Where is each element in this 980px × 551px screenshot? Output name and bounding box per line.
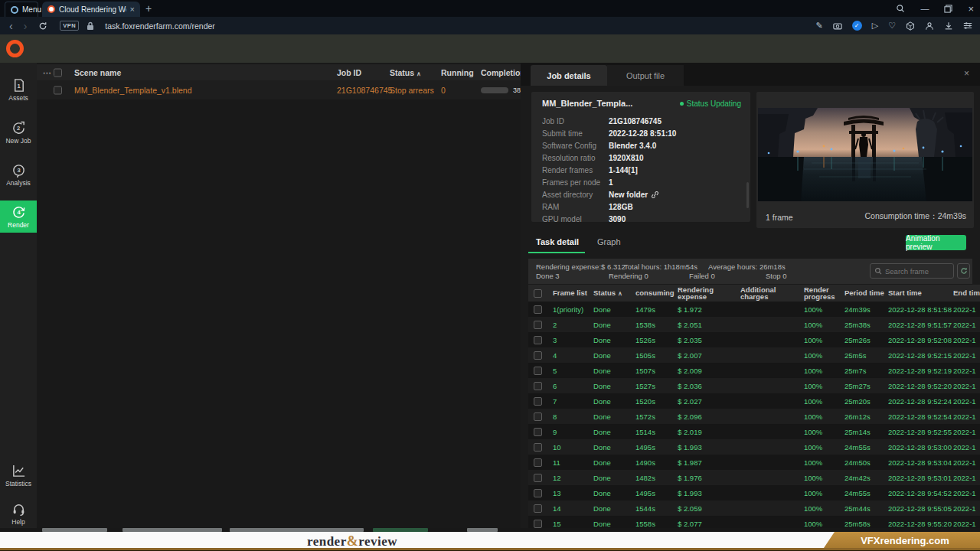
- panel-close-icon[interactable]: ×: [964, 68, 969, 79]
- frame-row-checkbox[interactable]: [534, 397, 542, 406]
- detail-label: Software Config: [542, 142, 596, 150]
- frame-cell-start: 2022-12-28 9:52:08: [888, 336, 953, 344]
- frame-row[interactable]: 10Done1495s$ 1.993100%24m55s2022-12-28 9…: [528, 439, 980, 455]
- screenshot-icon[interactable]: [833, 22, 842, 30]
- frame-row[interactable]: 1(priority)Done1479s$ 1.972100%24m39s202…: [528, 302, 980, 317]
- frame-row[interactable]: 11Done1490s$ 1.987100%24m50s2022-12-28 9…: [528, 455, 980, 470]
- frame-cell-period: 25m5s: [844, 351, 888, 360]
- new-tab-button[interactable]: +: [145, 2, 152, 15]
- fox-favicon: [47, 5, 55, 13]
- frame-row-checkbox[interactable]: [534, 520, 542, 528]
- tab-task-detail[interactable]: Task detail: [536, 237, 579, 246]
- sidebar-item-label: Assets: [8, 94, 28, 102]
- detail-label: GPU model: [542, 215, 582, 222]
- animation-preview-button[interactable]: Animation preview: [906, 235, 966, 250]
- job-detail-fields: Job ID21G108746745Submit time2022-12-28 …: [531, 116, 750, 222]
- settings-sliders-icon[interactable]: [963, 21, 972, 30]
- detail-value: 1920X810: [609, 154, 644, 162]
- frame-row[interactable]: 13Done1495s$ 1.993100%24m55s2022-12-28 9…: [528, 485, 980, 500]
- footer-site-link[interactable]: VFXrendering.com: [842, 535, 968, 546]
- profile-icon[interactable]: [925, 21, 934, 31]
- col-status[interactable]: Status∧: [390, 68, 421, 77]
- job-row[interactable]: MM_Blender_Template_v1.blend 21G10874674…: [37, 80, 521, 99]
- reload-icon[interactable]: [38, 21, 47, 31]
- frame-search-input[interactable]: [885, 267, 949, 276]
- close-icon[interactable]: ×: [968, 3, 974, 15]
- url-text[interactable]: task.foxrenderfarm.com/render: [105, 21, 215, 31]
- sidebar-item-analysis[interactable]: 3Analysis: [0, 158, 37, 191]
- select-all-checkbox[interactable]: [54, 68, 62, 77]
- frame-cell-frame: 7: [553, 397, 593, 406]
- frame-row[interactable]: 5Done1507s$ 2.009100%25m7s2022-12-28 9:5…: [528, 363, 980, 378]
- sidebar-item-assets[interactable]: 1Assets: [0, 73, 37, 106]
- frame-search-box[interactable]: [870, 263, 954, 279]
- frames-col-period-time: Period time: [844, 289, 888, 297]
- frame-row-checkbox[interactable]: [534, 458, 542, 467]
- send-icon[interactable]: ▷: [872, 21, 878, 31]
- frame-row[interactable]: 3Done1526s$ 2.035100%25m26s2022-12-28 9:…: [528, 332, 980, 347]
- frame-row-checkbox[interactable]: [534, 382, 542, 390]
- col-job-id: Job ID: [337, 68, 361, 77]
- frame-row[interactable]: 14Done1544s$ 2.059100%25m44s2022-12-28 9…: [528, 500, 980, 516]
- frame-row[interactable]: 6Done1527s$ 2.036100%25m27s2022-12-28 9:…: [528, 378, 980, 393]
- render-preview-image[interactable]: [758, 108, 972, 201]
- edit-icon[interactable]: ✎: [815, 21, 822, 31]
- sidebar-item-statistics[interactable]: Statistics: [0, 459, 37, 491]
- frame-cell-end: 2022-1: [953, 412, 980, 421]
- frame-cell-end: 2022-1: [953, 458, 980, 467]
- frame-row-checkbox[interactable]: [534, 412, 542, 421]
- frame-row[interactable]: 9Done1514s$ 2.019100%25m14s2022-12-28 9:…: [528, 424, 980, 439]
- restore-icon[interactable]: [944, 5, 952, 13]
- forward-icon[interactable]: ›: [24, 21, 28, 31]
- frame-row-checkbox[interactable]: [534, 443, 542, 452]
- frame-row-checkbox[interactable]: [534, 504, 542, 513]
- refresh-button[interactable]: [957, 263, 970, 279]
- frame-row-checkbox[interactable]: [534, 321, 542, 329]
- shield-check-icon[interactable]: ✓: [852, 21, 862, 31]
- tab-job-details[interactable]: Job details: [531, 65, 607, 86]
- browser-tab-menu[interactable]: Menu: [5, 2, 38, 17]
- extension-cube-icon[interactable]: [906, 21, 915, 31]
- browser-search-icon[interactable]: [896, 4, 905, 13]
- frame-row[interactable]: 15Done1558s$ 2.077100%25m58s2022-12-28 9…: [528, 516, 980, 528]
- stat-stop: Stop 0: [766, 272, 786, 280]
- tab-graph[interactable]: Graph: [597, 237, 621, 246]
- frame-row[interactable]: 8Done1572s$ 2.096100%26m12s2022-12-28 9:…: [528, 409, 980, 424]
- link-icon[interactable]: [648, 191, 659, 199]
- browser-tab-active[interactable]: Cloud Rendering Web Con ×: [42, 2, 140, 17]
- detail-value[interactable]: New folder: [609, 191, 659, 199]
- foxrenderfarm-logo-icon[interactable]: [6, 40, 24, 57]
- row-checkbox[interactable]: [54, 86, 62, 94]
- tab-label: Menu: [22, 5, 41, 14]
- frame-row[interactable]: 4Done1505s$ 2.007100%25m5s2022-12-28 9:5…: [528, 347, 980, 363]
- vpn-badge[interactable]: VPN: [60, 21, 79, 31]
- frame-row-checkbox[interactable]: [534, 336, 542, 344]
- frame-row[interactable]: 12Done1482s$ 1.976100%24m42s2022-12-28 9…: [528, 470, 980, 485]
- frame-row-checkbox[interactable]: [534, 489, 542, 497]
- footer-brand: render&review: [253, 533, 452, 549]
- scene-name-link[interactable]: MM_Blender_Template_v1.blend: [74, 86, 192, 95]
- frame-row-checkbox[interactable]: [534, 474, 542, 482]
- frames-col-status[interactable]: Status∧: [593, 289, 635, 298]
- sidebar-item-new-job[interactable]: 2New Job: [0, 116, 37, 148]
- frame-row[interactable]: 7Done1520s$ 2.027100%25m20s2022-12-28 9:…: [528, 393, 980, 409]
- frame-row[interactable]: 2Done1538s$ 2.051100%25m38s2022-12-28 9:…: [528, 317, 980, 332]
- details-scrollbar[interactable]: [746, 182, 749, 208]
- more-options-icon[interactable]: ⋯: [43, 68, 51, 77]
- tab-close-icon[interactable]: ×: [130, 5, 135, 14]
- download-icon[interactable]: [944, 21, 953, 31]
- frame-row-checkbox[interactable]: [534, 305, 542, 314]
- frames-table: Frame listStatus∧consumingRendering expe…: [528, 285, 980, 528]
- tab-output-file[interactable]: Output file: [607, 65, 684, 86]
- back-icon[interactable]: ‹: [9, 21, 13, 31]
- sidebar-item-render[interactable]: 4Render: [0, 201, 37, 233]
- frame-cell-consuming: 1490s: [635, 458, 678, 467]
- select-all-frames-checkbox[interactable]: [534, 289, 542, 298]
- frame-row-checkbox[interactable]: [534, 428, 542, 436]
- frame-row-checkbox[interactable]: [534, 351, 542, 360]
- frame-row-checkbox[interactable]: [534, 367, 542, 375]
- heart-icon[interactable]: ♡: [888, 21, 896, 31]
- frame-cell-progress: 100%: [804, 397, 844, 406]
- sidebar-item-help[interactable]: Help: [0, 497, 37, 530]
- minimize-icon[interactable]: —: [920, 4, 929, 13]
